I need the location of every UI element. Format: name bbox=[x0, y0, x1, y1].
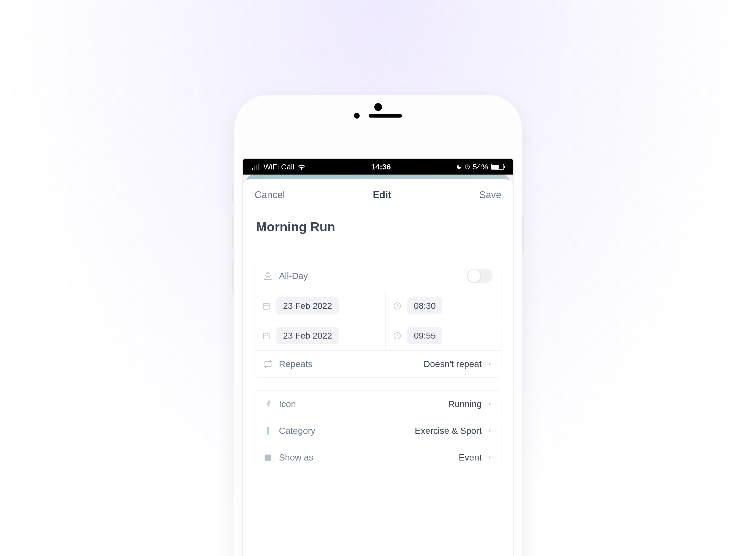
start-datetime-row: 23 Feb 2022 08:30 bbox=[255, 291, 501, 321]
earpiece-speaker bbox=[369, 114, 402, 117]
end-time-value: 09:55 bbox=[407, 327, 442, 344]
clock-icon bbox=[393, 302, 401, 310]
front-camera-icon bbox=[374, 103, 382, 111]
icon-row[interactable]: Icon Running bbox=[255, 391, 501, 417]
end-date-value: 23 Feb 2022 bbox=[276, 327, 339, 344]
phone-volume-up bbox=[232, 216, 234, 249]
phone-power-button bbox=[522, 216, 524, 254]
showas-value: Event bbox=[459, 452, 482, 462]
repeats-row[interactable]: Repeats Doesn't repeat bbox=[255, 351, 501, 377]
battery-icon bbox=[491, 164, 504, 170]
start-time-value: 08:30 bbox=[407, 297, 442, 314]
proximity-sensor-icon bbox=[354, 113, 360, 118]
chevron-right-icon bbox=[487, 428, 493, 433]
cellular-signal-icon bbox=[252, 164, 259, 170]
save-button[interactable]: Save bbox=[479, 189, 501, 201]
start-date-cell[interactable]: 23 Feb 2022 bbox=[255, 291, 386, 321]
running-icon bbox=[263, 400, 272, 408]
rotation-lock-icon bbox=[465, 164, 470, 170]
phone-screen: WiFi Call 14:36 54% bbox=[243, 159, 513, 556]
calendar-event-icon bbox=[263, 453, 272, 462]
end-time-cell[interactable]: 09:55 bbox=[386, 321, 501, 350]
category-color-icon bbox=[263, 426, 272, 435]
divider bbox=[243, 249, 513, 249]
chevron-right-icon bbox=[487, 361, 493, 367]
details-section: Icon Running Category Exercise & Sport bbox=[255, 390, 501, 471]
end-date-cell[interactable]: 23 Feb 2022 bbox=[255, 321, 386, 350]
icon-label: Icon bbox=[279, 399, 448, 409]
status-time: 14:36 bbox=[371, 163, 391, 171]
allday-toggle[interactable] bbox=[467, 269, 493, 283]
status-bar: WiFi Call 14:36 54% bbox=[243, 159, 513, 175]
category-row[interactable]: Category Exercise & Sport bbox=[255, 417, 501, 444]
wifi-icon bbox=[297, 164, 305, 170]
event-title-input[interactable]: Morning Run bbox=[243, 209, 513, 249]
icon-value: Running bbox=[448, 399, 482, 409]
modal-title: Edit bbox=[373, 189, 391, 201]
showas-label: Show as bbox=[279, 452, 459, 462]
svg-rect-1 bbox=[263, 304, 269, 309]
battery-percent: 54% bbox=[473, 163, 488, 171]
svg-rect-7 bbox=[264, 455, 271, 457]
modal-header: Cancel Edit Save bbox=[243, 179, 513, 209]
showas-row[interactable]: Show as Event bbox=[255, 444, 501, 471]
repeats-value: Doesn't repeat bbox=[424, 359, 482, 369]
sunrise-icon bbox=[263, 272, 272, 280]
calendar-icon bbox=[262, 302, 270, 310]
phone-sensor-cluster bbox=[354, 113, 402, 118]
category-value: Exercise & Sport bbox=[415, 426, 482, 436]
calendar-icon bbox=[262, 332, 270, 340]
cancel-button[interactable]: Cancel bbox=[255, 189, 285, 201]
clock-icon bbox=[393, 332, 401, 340]
start-time-cell[interactable]: 08:30 bbox=[386, 291, 501, 321]
repeats-label: Repeats bbox=[279, 359, 424, 369]
carrier-label: WiFi Call bbox=[263, 163, 294, 171]
chevron-right-icon bbox=[487, 455, 493, 460]
moon-icon bbox=[456, 164, 462, 170]
phone-mockup: WiFi Call 14:36 54% bbox=[234, 95, 522, 556]
allday-label: All-Day bbox=[279, 271, 467, 281]
allday-row: All-Day bbox=[255, 261, 501, 291]
end-datetime-row: 23 Feb 2022 09:55 bbox=[255, 321, 501, 351]
chevron-right-icon bbox=[487, 401, 493, 407]
category-label: Category bbox=[279, 426, 415, 436]
edit-event-modal: Cancel Edit Save Morning Run All-Day bbox=[243, 179, 513, 556]
phone-volume-down bbox=[232, 259, 234, 292]
repeat-icon bbox=[263, 360, 272, 368]
datetime-section: All-Day 23 Feb 2022 bbox=[255, 261, 501, 378]
start-date-value: 23 Feb 2022 bbox=[276, 297, 339, 314]
svg-rect-3 bbox=[263, 333, 269, 339]
phone-mute-switch bbox=[232, 185, 234, 203]
